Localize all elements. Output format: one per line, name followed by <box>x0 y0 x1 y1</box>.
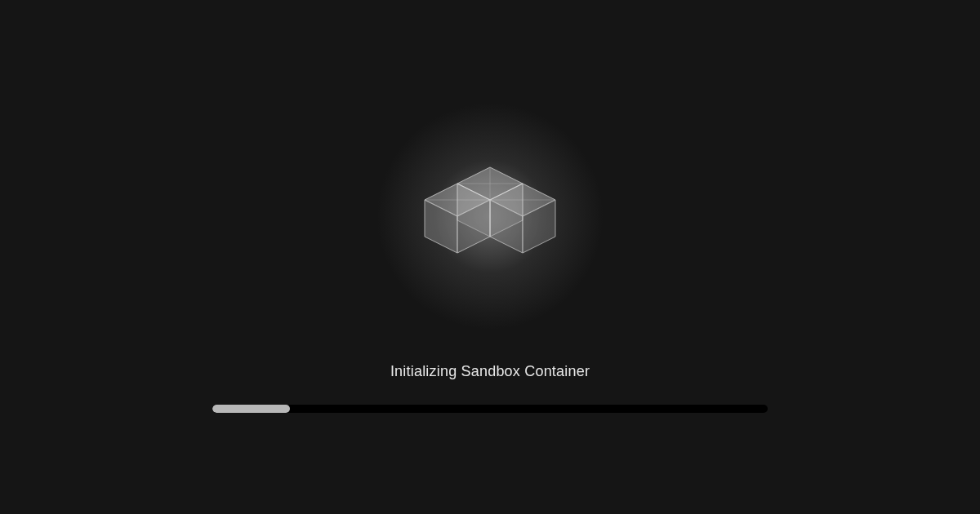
loading-screen: Initializing Sandbox Container <box>212 102 768 413</box>
cubes-icon <box>408 159 572 273</box>
logo-glow-container <box>376 102 604 330</box>
progress-fill <box>212 405 290 413</box>
loading-status-text: Initializing Sandbox Container <box>390 363 590 380</box>
progress-bar <box>212 405 768 413</box>
